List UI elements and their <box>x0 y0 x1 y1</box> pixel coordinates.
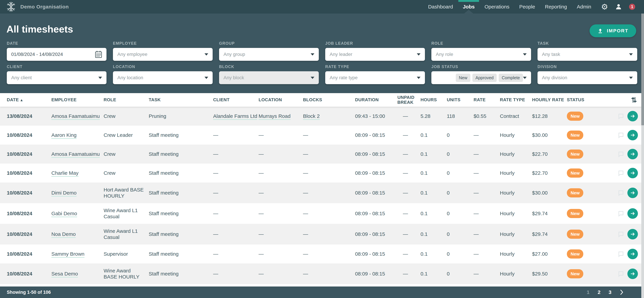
filter-control[interactable]: Any task <box>538 48 637 61</box>
cell-location[interactable]: — <box>258 210 303 217</box>
nav-item[interactable]: People <box>519 0 535 13</box>
cell-employee[interactable]: Dimi Demo <box>52 190 104 196</box>
cell-blocks[interactable]: Block 2 <box>303 113 355 119</box>
cell-employee[interactable]: Amosa Faamatuaimu <box>52 113 104 119</box>
status-chip[interactable]: New <box>456 74 470 82</box>
cell-blocks[interactable]: — <box>303 170 355 176</box>
scrollbar-thumb[interactable] <box>641 13 644 125</box>
cell-client[interactable]: — <box>213 170 258 176</box>
column-header[interactable]: BLOCKS <box>303 97 355 102</box>
cell-client[interactable]: — <box>213 132 258 138</box>
scrollbar-track[interactable] <box>641 13 644 298</box>
cell-employee[interactable]: Aaron King <box>52 132 104 138</box>
status-chip[interactable]: Approved <box>472 74 497 82</box>
user-icon[interactable] <box>615 3 622 10</box>
cell-client[interactable]: — <box>213 271 258 277</box>
nav-item[interactable]: Admin <box>577 0 591 13</box>
comment-icon[interactable] <box>618 251 624 257</box>
cell-location[interactable]: — <box>258 132 303 138</box>
cell-employee[interactable]: Noa Demo <box>52 231 104 237</box>
cell-blocks[interactable]: — <box>303 210 355 217</box>
column-header[interactable]: CLIENT <box>213 97 258 102</box>
notification-badge[interactable]: 1 <box>629 4 635 10</box>
column-header[interactable]: UNPAID BREAK <box>394 95 420 105</box>
cell-location[interactable]: — <box>258 231 303 237</box>
cell-employee[interactable]: Sammy Brown <box>52 251 104 257</box>
filter-control[interactable]: Any location <box>113 71 213 84</box>
filter-control[interactable]: Any client <box>7 71 106 84</box>
comment-icon[interactable] <box>618 210 624 217</box>
column-header[interactable]: HOURLY RATE <box>532 97 567 102</box>
cell-client[interactable]: — <box>213 210 258 217</box>
column-header[interactable]: DURATION <box>355 97 394 102</box>
open-timesheet-button[interactable] <box>628 168 638 178</box>
cell-employee[interactable]: Gabi Demo <box>52 210 104 217</box>
gear-icon[interactable]: ⚙ <box>601 3 608 11</box>
filter-control[interactable]: Any employee <box>113 48 213 61</box>
cell-client[interactable]: — <box>213 231 258 237</box>
cell-location[interactable]: — <box>258 170 303 176</box>
next-page-icon[interactable] <box>620 289 624 295</box>
cell-employee[interactable]: Sesa Demo <box>52 271 104 277</box>
nav-item[interactable]: Operations <box>484 0 509 13</box>
open-timesheet-button[interactable] <box>628 188 638 198</box>
nav-item[interactable]: Dashboard <box>428 0 453 13</box>
cell-location[interactable]: — <box>258 251 303 257</box>
column-header[interactable]: RATE <box>474 97 500 102</box>
cell-blocks[interactable]: — <box>303 231 355 237</box>
filter-control[interactable]: Any block <box>219 71 319 84</box>
import-button[interactable]: IMPORT <box>590 24 636 37</box>
nav-item[interactable]: Reporting <box>545 0 567 13</box>
cell-location[interactable]: — <box>258 190 303 196</box>
open-timesheet-button[interactable] <box>628 229 638 239</box>
open-timesheet-button[interactable] <box>628 208 638 219</box>
cell-location[interactable]: — <box>258 271 303 277</box>
open-timesheet-button[interactable] <box>628 249 638 259</box>
open-timesheet-button[interactable] <box>628 130 638 140</box>
cell-blocks[interactable]: — <box>303 132 355 138</box>
cell-blocks[interactable]: — <box>303 271 355 277</box>
comment-icon[interactable] <box>618 231 624 238</box>
cell-client[interactable]: — <box>213 190 258 196</box>
cell-blocks[interactable]: — <box>303 251 355 257</box>
column-header[interactable]: EMPLOYEE <box>52 97 104 102</box>
column-header[interactable]: RATE TYPE <box>500 97 532 102</box>
open-timesheet-button[interactable] <box>628 149 638 159</box>
filter-control[interactable]: 01/08/2024 - 14/08/2024 <box>7 48 106 61</box>
column-settings-icon[interactable] <box>630 96 638 104</box>
cell-employee[interactable]: Amosa Faamatuaimu <box>52 151 104 157</box>
filter-control[interactable]: Any group <box>219 48 319 61</box>
open-timesheet-button[interactable] <box>628 111 638 121</box>
page-number[interactable]: 1 <box>587 289 590 295</box>
comment-icon[interactable] <box>618 132 624 139</box>
comment-icon[interactable] <box>618 151 624 157</box>
filter-control[interactable]: Any role <box>431 48 531 61</box>
filter-control[interactable]: Any rate type <box>325 71 425 84</box>
comment-icon[interactable] <box>618 189 624 196</box>
page-number[interactable]: 3 <box>608 289 612 295</box>
comment-icon[interactable] <box>618 170 624 176</box>
filter-control[interactable]: Any leader <box>325 48 425 61</box>
cell-client[interactable]: — <box>213 151 258 157</box>
nav-item[interactable]: Jobs <box>463 0 474 13</box>
cell-location[interactable]: — <box>258 151 303 157</box>
column-header[interactable]: TASK <box>149 97 213 102</box>
column-header[interactable]: DATE▲ <box>7 97 52 102</box>
filter-control[interactable]: Any division <box>538 71 637 84</box>
comment-icon[interactable] <box>618 270 624 277</box>
status-chip[interactable]: Complete <box>499 74 523 82</box>
column-header[interactable]: LOCATION <box>258 97 303 102</box>
cell-blocks[interactable]: — <box>303 190 355 196</box>
cell-client[interactable]: — <box>213 251 258 257</box>
comment-icon[interactable] <box>618 113 624 120</box>
cell-client[interactable]: Alandale Farms Ltd <box>213 113 258 119</box>
cell-blocks[interactable]: — <box>303 151 355 157</box>
open-timesheet-button[interactable] <box>628 269 638 279</box>
column-header[interactable]: ROLE <box>104 97 149 102</box>
column-header[interactable]: HOURS <box>420 97 447 102</box>
calendar-icon[interactable] <box>95 50 102 58</box>
cell-location[interactable]: Murrays Road <box>258 113 303 119</box>
page-number[interactable]: 2 <box>598 289 600 295</box>
column-header[interactable]: STATUS <box>567 97 595 102</box>
cell-employee[interactable]: Charlie May <box>52 170 104 176</box>
